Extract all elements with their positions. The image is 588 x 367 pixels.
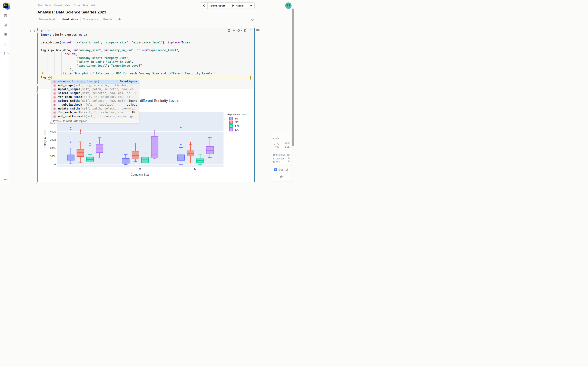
svg-text:100k: 100k <box>50 155 56 158</box>
svg-text:M: M <box>194 167 196 171</box>
svg-text:EN: EN <box>235 125 239 127</box>
svg-text:200k: 200k <box>50 147 56 150</box>
svg-text:0: 0 <box>54 163 56 166</box>
svg-text:300k: 300k <box>50 138 56 141</box>
svg-text:S: S <box>139 167 141 171</box>
svg-text:400k: 400k <box>50 130 56 133</box>
svg-text:Company Size: Company Size <box>131 173 149 176</box>
svg-text:EX: EX <box>235 128 239 131</box>
svg-text:MI: MI <box>235 117 238 120</box>
svg-text:different Seniority Levels: different Seniority Levels <box>140 99 179 103</box>
svg-text:L: L <box>85 167 86 171</box>
svg-text:Salary in USD: Salary in USD <box>43 131 47 149</box>
svg-text:Experience Level: Experience Level <box>227 113 247 116</box>
svg-text:SE: SE <box>235 121 239 124</box>
